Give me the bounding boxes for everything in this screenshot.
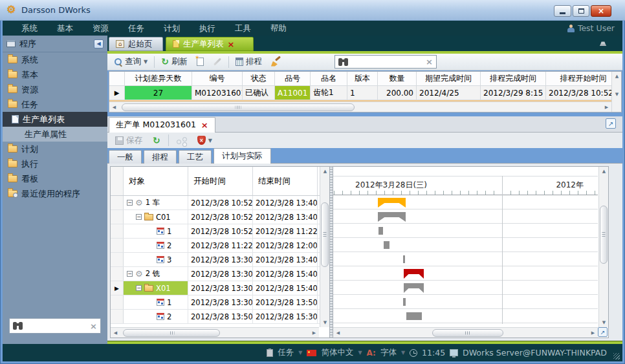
sidebar-item-plan[interactable]: 计划 <box>3 142 107 156</box>
gantt-bar[interactable] <box>403 255 405 263</box>
tab-production-order-list[interactable]: 生产单列表 × <box>166 37 254 51</box>
scroll-down-icon[interactable]: ▼ <box>320 318 330 327</box>
chevron-down-icon[interactable]: ▼ <box>401 350 405 356</box>
sidebar-item-system[interactable]: 系统 <box>3 52 107 67</box>
tree-row[interactable]: − 3 2012/3/28 13:30 2012/3/28 13:40 <box>111 253 329 267</box>
scroll-left-icon[interactable]: ◀ <box>111 328 120 337</box>
col-sched-start[interactable]: 排程开始时间 <box>546 72 621 86</box>
chevron-down-icon[interactable]: ▼ <box>298 350 302 356</box>
menu-plan[interactable]: 计划 <box>154 21 190 36</box>
clean-button[interactable] <box>269 56 284 68</box>
sidebar-item-production-order-list[interactable]: 生产单列表 <box>3 112 107 127</box>
gantt-bar[interactable] <box>378 227 383 235</box>
subtab-general[interactable]: 一般 <box>109 150 142 164</box>
col-qty[interactable]: 数量 <box>378 72 417 86</box>
subtab-schedule[interactable]: 排程 <box>144 150 177 164</box>
popout-icon[interactable]: ↗ <box>598 327 608 337</box>
subtab-process[interactable]: 工艺 <box>179 150 212 164</box>
query-button[interactable]: 查询 ▼ <box>111 55 150 69</box>
refresh-button[interactable]: ↻ 刷新 <box>159 55 190 69</box>
scroll-left-icon[interactable]: ◀ <box>109 103 119 112</box>
menu-task[interactable]: 任务 <box>118 21 154 36</box>
schedule-button[interactable]: 排程 <box>233 55 265 69</box>
col-end-time[interactable]: 结束时间 <box>253 167 318 195</box>
sidebar-item-production-order-props[interactable]: 生产单属性 <box>3 127 107 142</box>
sidebar-item-basic[interactable]: 基本 <box>3 67 107 82</box>
expander-icon[interactable]: − <box>127 200 133 206</box>
grid-horizontal-scrollbar[interactable]: ◀ ▶ <box>109 102 611 112</box>
scrollbar-thumb[interactable] <box>123 329 220 337</box>
tree-row[interactable]: − X01 2012/3/28 13:30 2012/3/28 15:40 <box>111 281 329 295</box>
expander-icon[interactable]: − <box>127 271 133 277</box>
tree-row[interactable]: − 2 2012/3/28 13:50 2012/3/28 15:30 <box>111 310 329 324</box>
scrollbar-thumb[interactable] <box>600 206 608 264</box>
tree-row[interactable]: − 2 2012/3/28 11:22 2012/3/28 12:00 <box>111 239 329 253</box>
scroll-down-icon[interactable]: ▼ <box>612 90 622 99</box>
gantt-bar[interactable] <box>406 312 422 320</box>
gantt-bar[interactable] <box>378 212 406 222</box>
scroll-up-icon[interactable]: ▲ <box>320 167 330 176</box>
scroll-left-icon[interactable]: ◀ <box>333 328 343 337</box>
col-part-no[interactable]: 品号 <box>275 72 311 86</box>
status-font[interactable]: 字体 <box>380 347 397 358</box>
subtab-plan-vs-actual[interactable]: 计划与实际 <box>214 148 271 164</box>
workflow-button[interactable] <box>174 135 190 146</box>
gantt-bar[interactable] <box>404 269 424 279</box>
status-task[interactable]: 任务 <box>278 347 294 358</box>
status-language[interactable]: 简体中文 <box>321 347 353 358</box>
sidebar-search-input[interactable] <box>26 321 87 331</box>
menu-tools[interactable]: 工具 <box>225 21 261 36</box>
scroll-up-icon[interactable]: ▲ <box>599 167 609 176</box>
tree-row[interactable]: − 1 2012/3/28 13:30 2012/3/28 13:50 <box>111 295 329 310</box>
scroll-up-icon[interactable]: ▲ <box>612 72 622 81</box>
gantt-bar[interactable] <box>403 298 406 306</box>
close-button[interactable]: × <box>591 5 611 17</box>
scroll-down-icon[interactable]: ▼ <box>599 318 609 327</box>
menu-execute[interactable]: 执行 <box>190 21 225 36</box>
expander-icon[interactable]: − <box>136 285 142 291</box>
col-part-name[interactable]: 品名 <box>311 72 347 86</box>
tree-row[interactable]: − C01 2012/3/28 10:52 2012/3/28 13:40 <box>111 210 329 224</box>
col-start-time[interactable]: 开始时间 <box>188 167 253 195</box>
scroll-right-icon[interactable]: ▶ <box>602 103 611 112</box>
scrollbar-thumb[interactable] <box>122 103 355 111</box>
maximize-button[interactable] <box>573 5 589 17</box>
tree-row[interactable]: − 2 铣 2012/3/28 13:30 2012/3/28 15:40 <box>111 267 329 281</box>
tree-horizontal-scrollbar[interactable]: ◀ ▶ <box>111 327 319 337</box>
close-tab-icon[interactable]: × <box>201 121 208 129</box>
resize-grip[interactable] <box>613 353 620 359</box>
menu-help[interactable]: 帮助 <box>261 21 296 36</box>
col-version[interactable]: 版本 <box>347 72 378 86</box>
col-expected-finish[interactable]: 期望完成时间 <box>417 72 481 86</box>
toolbar-search-input[interactable] <box>351 57 422 67</box>
edit-button[interactable] <box>210 59 225 64</box>
scroll-right-icon[interactable]: ▶ <box>588 328 598 337</box>
scroll-right-icon[interactable]: ▶ <box>309 328 319 337</box>
gantt-vertical-scrollbar[interactable]: ▲ ▼ <box>598 167 608 327</box>
grid-vertical-scrollbar[interactable]: ▲ ▼ <box>611 72 621 112</box>
col-status[interactable]: 状态 <box>243 72 275 86</box>
clear-search-icon[interactable]: × <box>426 58 433 66</box>
tree-row[interactable]: − 1 2012/3/28 10:52 2012/3/28 11:22 <box>111 224 329 239</box>
pin-icon[interactable] <box>598 39 608 46</box>
menu-basic[interactable]: 基本 <box>47 21 83 36</box>
sidebar-item-execute[interactable]: 执行 <box>3 156 107 171</box>
close-tab-icon[interactable]: × <box>228 40 235 48</box>
gantt-horizontal-scrollbar[interactable]: ◀ ▶ <box>333 327 598 337</box>
col-object[interactable]: 对象 <box>124 167 188 195</box>
gantt-bar[interactable] <box>384 241 389 249</box>
sidebar-item-resource[interactable]: 资源 <box>3 82 107 97</box>
menu-resource[interactable]: 资源 <box>83 21 118 36</box>
sidebar-item-recent[interactable]: 最近使用的程序 <box>3 186 107 201</box>
detail-tab-production-order[interactable]: 生产单 M012031601 × <box>109 117 215 133</box>
sidebar-collapse-button[interactable]: ◀ <box>94 39 104 48</box>
tree-row[interactable]: − 1 车 2012/3/28 10:52 2012/3/28 13:40 <box>111 196 329 210</box>
expander-icon[interactable]: − <box>136 214 142 220</box>
scrollbar-thumb[interactable] <box>432 329 503 337</box>
menu-system[interactable]: 系统 <box>12 21 47 36</box>
sidebar-item-task[interactable]: 任务 <box>3 97 107 112</box>
sidebar-item-kanban[interactable]: 看板 <box>3 171 107 186</box>
grid-data-row[interactable]: ▶ 27 M012031601 已确认 A11001 齿轮1 1 200.00 … <box>109 86 621 100</box>
user-menu[interactable]: Test User <box>567 21 615 36</box>
tab-home[interactable]: ⌂ 起始页 <box>109 37 163 51</box>
